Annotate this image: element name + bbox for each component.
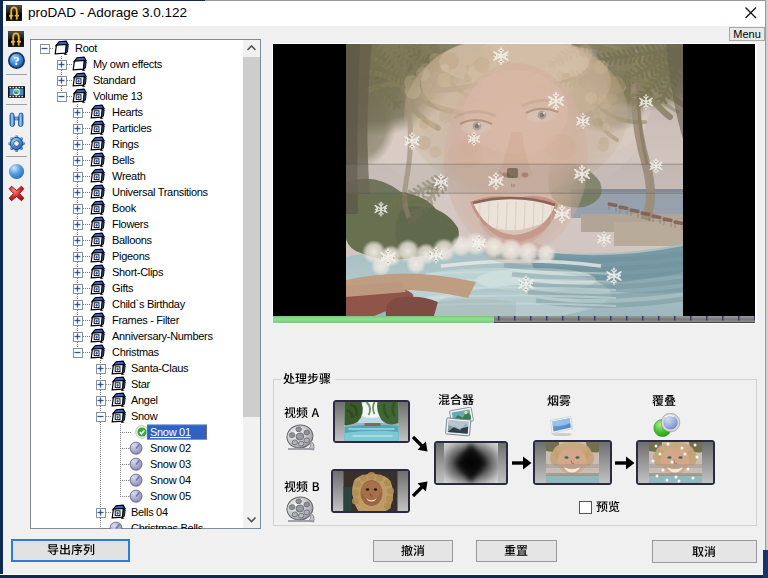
svg-text:Snow 01: Snow 01 — [150, 426, 191, 438]
svg-text:Universal Transitions: Universal Transitions — [112, 186, 209, 198]
svg-text:Hearts: Hearts — [112, 106, 143, 118]
svg-text:tv: tv — [511, 182, 515, 188]
svg-text:Snow: Snow — [131, 410, 158, 422]
svg-text:Gifts: Gifts — [112, 282, 134, 294]
svg-text:Frames - Filter: Frames - Filter — [112, 314, 180, 326]
svg-text:Book: Book — [112, 202, 137, 214]
svg-text:Pigeons: Pigeons — [112, 250, 150, 262]
svg-text:Snow 03: Snow 03 — [150, 458, 191, 470]
svg-text:Star: Star — [131, 378, 151, 390]
svg-text:Christmas: Christmas — [112, 346, 160, 358]
svg-text:Snow 05: Snow 05 — [150, 490, 191, 502]
svg-text:Flowers: Flowers — [112, 218, 149, 230]
svg-text:My own effects: My own effects — [93, 58, 163, 70]
svg-text:Santa-Claus: Santa-Claus — [131, 362, 189, 374]
svg-text:Snow 04: Snow 04 — [150, 474, 191, 486]
svg-text:Wreath: Wreath — [112, 170, 146, 182]
svg-text:Christmas Bells: Christmas Bells — [131, 522, 204, 529]
svg-text:Root: Root — [75, 42, 97, 54]
svg-text:Standard: Standard — [93, 74, 135, 86]
svg-text:Particles: Particles — [112, 122, 152, 134]
svg-text:Angel: Angel — [131, 394, 158, 406]
svg-text:Rings: Rings — [112, 138, 139, 150]
svg-text:Anniversary-Numbers: Anniversary-Numbers — [112, 330, 213, 342]
svg-text:Snow 02: Snow 02 — [150, 442, 191, 454]
svg-text:Volume 13: Volume 13 — [93, 90, 142, 102]
svg-text:?: ? — [14, 54, 20, 68]
svg-text:Bells 04: Bells 04 — [131, 506, 168, 518]
svg-text:Short-Clips: Short-Clips — [112, 266, 164, 278]
svg-text:Child`s Birthday: Child`s Birthday — [112, 298, 186, 310]
svg-text:Bells: Bells — [112, 154, 135, 166]
svg-text:Balloons: Balloons — [112, 234, 153, 246]
